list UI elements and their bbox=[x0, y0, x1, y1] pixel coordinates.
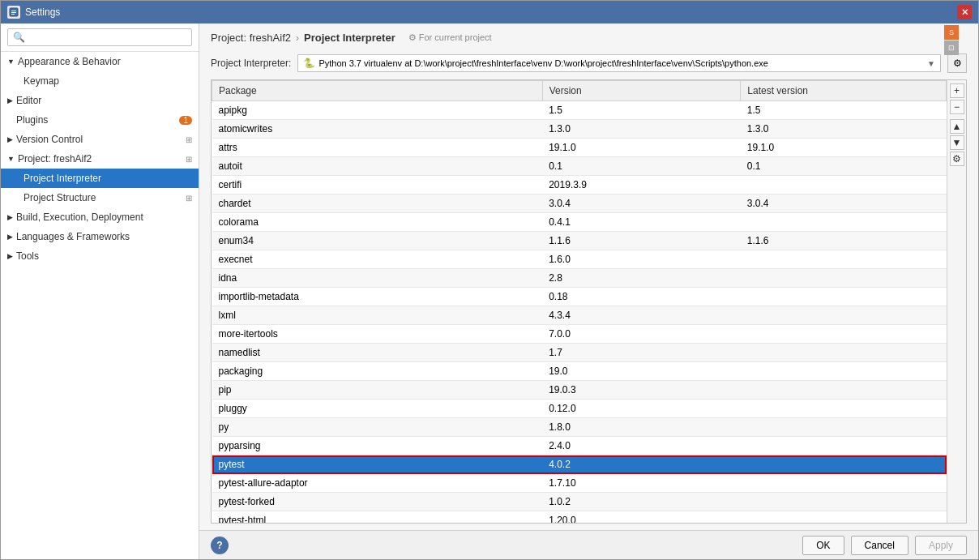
ok-button[interactable]: OK bbox=[802, 536, 844, 555]
package-version: 2.8 bbox=[542, 269, 741, 288]
package-latest bbox=[741, 474, 947, 493]
sidebar-item-label: Project: freshAif2 bbox=[18, 153, 92, 165]
sidebar-item-tools[interactable]: ▶ Tools bbox=[1, 246, 199, 266]
table-row[interactable]: pip19.0.3 bbox=[212, 381, 947, 400]
package-version: 1.7.10 bbox=[542, 474, 741, 493]
table-row[interactable]: packaging19.0 bbox=[212, 362, 947, 381]
package-name: importlib-metadata bbox=[212, 288, 543, 306]
package-version: 1.5 bbox=[542, 101, 741, 120]
sidebar-item-project-interpreter[interactable]: Project Interpreter bbox=[1, 169, 199, 188]
col-package: Package bbox=[212, 81, 543, 101]
package-latest bbox=[741, 511, 947, 524]
package-name: packaging bbox=[212, 362, 543, 381]
package-version: 19.0 bbox=[542, 362, 741, 381]
sidebar-item-appearance[interactable]: ▼ Appearance & Behavior bbox=[1, 52, 199, 71]
package-latest bbox=[741, 325, 947, 344]
sidebar-item-build[interactable]: ▶ Build, Execution, Deployment bbox=[1, 207, 199, 227]
cancel-button[interactable]: Cancel bbox=[851, 536, 908, 555]
scroll-up-button[interactable]: ▲ bbox=[950, 119, 964, 134]
package-latest bbox=[741, 269, 947, 288]
table-row[interactable]: chardet3.0.43.0.4 bbox=[212, 195, 947, 213]
package-latest bbox=[741, 493, 947, 511]
package-latest bbox=[741, 344, 947, 362]
settings-button[interactable]: ⚙ bbox=[950, 152, 964, 166]
table-row[interactable]: idna2.8 bbox=[212, 269, 947, 288]
search-input[interactable] bbox=[7, 28, 192, 46]
sidebar-item-label: Tools bbox=[16, 250, 39, 262]
close-button[interactable]: ✕ bbox=[957, 5, 972, 19]
main-area: Project: freshAif2 › Project Interpreter… bbox=[199, 24, 978, 530]
sidebar-item-editor[interactable]: ▶ Editor bbox=[1, 91, 199, 110]
external-icon-1[interactable]: S bbox=[944, 25, 959, 40]
svg-rect-2 bbox=[11, 12, 16, 13]
window-icon bbox=[7, 6, 20, 19]
sidebar-item-version-control[interactable]: ▶ Version Control ⊞ bbox=[1, 130, 199, 149]
settings-icon: ⊞ bbox=[186, 155, 192, 164]
remove-package-button[interactable]: − bbox=[950, 100, 964, 114]
table-row[interactable]: pytest4.0.2 bbox=[212, 455, 947, 474]
package-name: pytest-forked bbox=[212, 493, 543, 511]
apply-button[interactable]: Apply bbox=[915, 536, 967, 555]
table-row[interactable]: lxml4.3.4 bbox=[212, 306, 947, 325]
table-row[interactable]: pytest-html1.20.0 bbox=[212, 511, 947, 524]
table-row[interactable]: more-itertools7.0.0 bbox=[212, 325, 947, 344]
table-row[interactable]: execnet1.6.0 bbox=[212, 250, 947, 269]
table-row[interactable]: certifi2019.3.9 bbox=[212, 176, 947, 195]
svg-rect-3 bbox=[11, 14, 15, 15]
table-row[interactable]: enum341.1.61.1.6 bbox=[212, 232, 947, 250]
table-row[interactable]: apipkg1.51.5 bbox=[212, 101, 947, 120]
sidebar-item-label: Plugins bbox=[16, 114, 48, 126]
package-latest bbox=[741, 176, 947, 195]
table-row[interactable]: py1.8.0 bbox=[212, 418, 947, 437]
package-name: apipkg bbox=[212, 101, 543, 120]
interpreter-gear-button[interactable]: ⚙ bbox=[947, 53, 967, 73]
package-latest bbox=[741, 213, 947, 232]
external-icon-2[interactable]: ⊡ bbox=[944, 41, 959, 55]
scroll-down-button[interactable]: ▼ bbox=[950, 135, 964, 150]
package-version: 4.3.4 bbox=[542, 306, 741, 325]
package-name: py bbox=[212, 418, 543, 437]
sidebar-item-label: Editor bbox=[16, 95, 41, 106]
package-version: 19.0.3 bbox=[542, 381, 741, 400]
table-row[interactable]: namedlist1.7 bbox=[212, 344, 947, 362]
expand-arrow: ▼ bbox=[7, 58, 15, 66]
package-latest: 1.1.6 bbox=[741, 232, 947, 250]
table-row[interactable]: colorama0.4.1 bbox=[212, 213, 947, 232]
interpreter-row: Project Interpreter: 🐍 Python 3.7 virtua… bbox=[199, 49, 978, 79]
sidebar-item-label: Project Interpreter bbox=[24, 173, 101, 184]
table-row[interactable]: importlib-metadata0.18 bbox=[212, 288, 947, 306]
breadcrumb-project: Project: freshAif2 bbox=[211, 32, 291, 44]
package-name: autoit bbox=[212, 157, 543, 176]
search-box[interactable] bbox=[1, 24, 199, 52]
table-row[interactable]: autoit0.10.1 bbox=[212, 157, 947, 176]
table-row[interactable]: pytest-allure-adaptor1.7.10 bbox=[212, 474, 947, 493]
package-name: certifi bbox=[212, 176, 543, 195]
sidebar-item-project[interactable]: ▼ Project: freshAif2 ⊞ bbox=[1, 149, 199, 169]
bottom-bar: ? OK Cancel Apply bbox=[199, 530, 978, 559]
sidebar-item-project-structure[interactable]: Project Structure ⊞ bbox=[1, 188, 199, 207]
table-row[interactable]: pluggy0.12.0 bbox=[212, 400, 947, 418]
help-button[interactable]: ? bbox=[211, 536, 229, 554]
expand-arrow: ▶ bbox=[7, 233, 13, 241]
sidebar-item-plugins[interactable]: ▶ Plugins 1 bbox=[1, 110, 199, 130]
table-row[interactable]: pyparsing2.4.0 bbox=[212, 437, 947, 455]
packages-table-container: Package Version Latest version apipkg1.5… bbox=[211, 79, 967, 524]
col-version: Version bbox=[542, 81, 741, 101]
table-row[interactable]: attrs19.1.019.1.0 bbox=[212, 139, 947, 157]
package-latest bbox=[741, 418, 947, 437]
package-latest bbox=[741, 250, 947, 269]
package-version: 3.0.4 bbox=[542, 195, 741, 213]
chevron-down-icon: ▼ bbox=[927, 59, 935, 68]
package-latest: 1.3.0 bbox=[741, 120, 947, 139]
interpreter-select[interactable]: 🐍 Python 3.7 virtualenv at D:\work\proje… bbox=[297, 54, 941, 72]
table-row[interactable]: atomicwrites1.3.01.3.0 bbox=[212, 120, 947, 139]
sidebar-item-label: Version Control bbox=[16, 134, 83, 145]
package-version: 0.1 bbox=[542, 157, 741, 176]
add-package-button[interactable]: + bbox=[950, 83, 964, 98]
package-version: 1.8.0 bbox=[542, 418, 741, 437]
table-row[interactable]: pytest-forked1.0.2 bbox=[212, 493, 947, 511]
sidebar-item-languages[interactable]: ▶ Languages & Frameworks bbox=[1, 227, 199, 246]
sidebar-item-keymap[interactable]: Keymap bbox=[1, 71, 199, 91]
table-scroll-area[interactable]: Package Version Latest version apipkg1.5… bbox=[212, 80, 947, 523]
package-latest: 19.1.0 bbox=[741, 139, 947, 157]
